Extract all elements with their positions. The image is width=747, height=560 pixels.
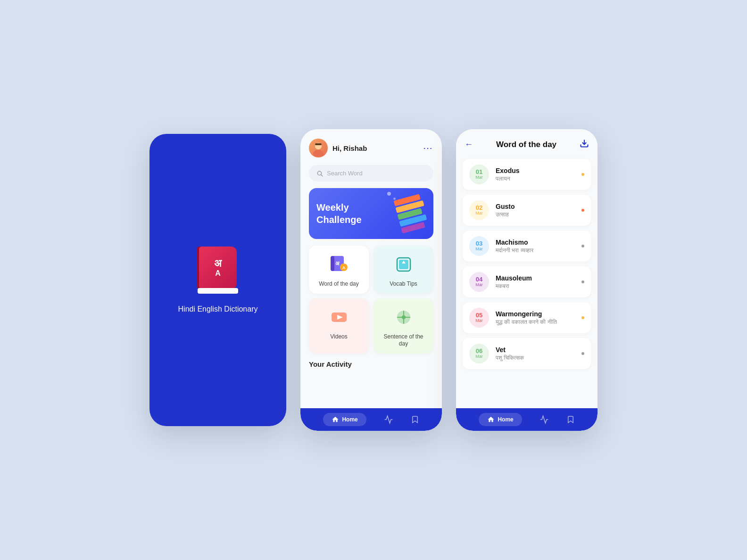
wotd-list-item[interactable]: 03 Mar Machismo मर्दानगी भरा व्यव्हार bbox=[463, 231, 591, 262]
svg-rect-3 bbox=[315, 143, 322, 145]
app-icon: अ A bbox=[197, 247, 239, 294]
grid-card-videos[interactable]: Videos bbox=[309, 298, 369, 354]
svg-text:अ: अ bbox=[335, 260, 340, 267]
wotd-home-icon bbox=[487, 416, 495, 423]
activity-icon bbox=[384, 415, 393, 424]
date-badge: 06 Mar bbox=[469, 344, 489, 363]
word-dot bbox=[581, 316, 584, 319]
nav-activity-button[interactable] bbox=[384, 415, 393, 424]
wotd-screen: ← Word of the day 01 Mar Exodus पलायन bbox=[456, 129, 598, 431]
screens-container: अ A Hindi English Dictionary bbox=[149, 129, 598, 431]
home-header: Hi, Rishab ⋯ bbox=[309, 139, 433, 157]
wotd-list-item[interactable]: 02 Mar Gusto उत्साह bbox=[463, 195, 591, 226]
wotd-nav-bookmark[interactable] bbox=[566, 415, 575, 424]
book-letters: अ A bbox=[214, 258, 222, 278]
sentence-of-day-label: Sentence of the day bbox=[379, 333, 428, 348]
date-badge: 03 Mar bbox=[469, 236, 489, 256]
vocab-tips-label: Vocab Tips bbox=[390, 280, 417, 288]
wotd-title: Word of the day bbox=[496, 140, 556, 149]
splash-title: Hindi English Dictionary bbox=[178, 305, 258, 313]
wotd-header: ← Word of the day bbox=[456, 129, 598, 157]
word-content: Exodus पलायन bbox=[496, 167, 584, 182]
svg-rect-7 bbox=[331, 256, 334, 271]
word-dot bbox=[581, 209, 584, 212]
word-english: Machismo bbox=[496, 239, 584, 246]
word-content: Gusto उत्साह bbox=[496, 203, 584, 218]
wotd-list-item[interactable]: 05 Mar Warmongering युद्ध की वकालत करने … bbox=[463, 302, 591, 333]
word-hindi: पशु चिकित्सक bbox=[496, 354, 584, 361]
svg-line-5 bbox=[321, 174, 323, 176]
download-icon bbox=[580, 139, 589, 148]
menu-dots-button[interactable]: ⋯ bbox=[423, 142, 433, 154]
avatar-image bbox=[310, 140, 327, 156]
wotd-bottom-nav: Home bbox=[456, 408, 598, 431]
weekly-challenge-banner[interactable]: Weekly Challenge bbox=[309, 188, 433, 239]
wotd-list: 01 Mar Exodus पलायन 02 Mar Gusto उत्साह … bbox=[456, 157, 598, 408]
nav-bookmark-button[interactable] bbox=[411, 415, 419, 424]
feature-grid: अ A Word of the day bbox=[309, 246, 433, 354]
word-hindi: युद्ध की वकालत करने की नीति bbox=[496, 319, 584, 325]
books-stack bbox=[394, 193, 430, 233]
grid-card-word-of-day[interactable]: अ A Word of the day bbox=[309, 246, 369, 294]
word-dot bbox=[581, 173, 584, 176]
wotd-list-item[interactable]: 04 Mar Mausoleum मकबरा bbox=[463, 266, 591, 297]
svg-point-1 bbox=[313, 150, 324, 156]
home-content: Hi, Rishab ⋯ Search Word Weekly Challeng… bbox=[300, 129, 442, 408]
banner-dot2 bbox=[393, 198, 396, 200]
book-bottom bbox=[198, 288, 238, 294]
wotd-nav-home-button[interactable]: Home bbox=[479, 413, 522, 426]
word-english: Vet bbox=[496, 346, 584, 354]
word-dot bbox=[581, 245, 584, 247]
svg-text:A: A bbox=[342, 265, 345, 270]
home-icon bbox=[332, 416, 339, 423]
book-body: अ A bbox=[199, 247, 237, 289]
word-of-day-label: Word of the day bbox=[319, 280, 359, 288]
word-dot bbox=[581, 352, 584, 355]
svg-point-19 bbox=[402, 315, 406, 319]
wotd-list-item[interactable]: 06 Mar Vet पशु चिकित्सक bbox=[463, 338, 591, 369]
word-hindi: मर्दानगी भरा व्यव्हार bbox=[496, 247, 584, 254]
sentence-of-day-icon bbox=[392, 306, 415, 329]
word-english: Gusto bbox=[496, 203, 584, 210]
word-english: Warmongering bbox=[496, 310, 584, 318]
word-content: Warmongering युद्ध की वकालत करने की नीति bbox=[496, 310, 584, 325]
wotd-activity-icon bbox=[540, 415, 549, 424]
date-badge: 04 Mar bbox=[469, 272, 489, 292]
user-info: Hi, Rishab bbox=[309, 139, 367, 157]
splash-screen: अ A Hindi English Dictionary bbox=[149, 134, 286, 426]
word-dot bbox=[581, 280, 584, 283]
grid-card-sentence-of-day[interactable]: Sentence of the day bbox=[374, 298, 433, 354]
date-badge: 01 Mar bbox=[469, 165, 489, 184]
word-hindi: उत्साह bbox=[496, 211, 584, 218]
word-content: Mausoleum मकबरा bbox=[496, 274, 584, 289]
date-badge: 02 Mar bbox=[469, 200, 489, 220]
weekly-challenge-text: Weekly Challenge bbox=[316, 201, 362, 226]
greeting: Hi, Rishab bbox=[332, 144, 367, 152]
grid-card-vocab-tips[interactable]: Vocab Tips bbox=[374, 246, 433, 294]
home-screen: Hi, Rishab ⋯ Search Word Weekly Challeng… bbox=[300, 129, 442, 431]
word-hindi: पलायन bbox=[496, 175, 584, 182]
home-bottom-nav: Home bbox=[300, 408, 442, 431]
word-content: Vet पशु चिकित्सक bbox=[496, 346, 584, 361]
videos-label: Videos bbox=[330, 333, 347, 341]
banner-dot1 bbox=[387, 192, 391, 196]
search-placeholder: Search Word bbox=[327, 170, 363, 177]
date-badge: 05 Mar bbox=[469, 308, 489, 328]
wotd-list-item[interactable]: 01 Mar Exodus पलायन bbox=[463, 159, 591, 190]
search-icon bbox=[316, 170, 323, 177]
vocab-tips-icon bbox=[392, 253, 415, 276]
word-english: Exodus bbox=[496, 167, 584, 174]
back-button[interactable]: ← bbox=[465, 140, 473, 149]
search-bar[interactable]: Search Word bbox=[309, 165, 433, 181]
bookmark-icon bbox=[411, 415, 419, 424]
nav-home-button[interactable]: Home bbox=[323, 413, 366, 426]
activity-placeholder bbox=[309, 372, 433, 400]
word-of-day-icon: अ A bbox=[328, 253, 350, 276]
avatar bbox=[309, 139, 328, 157]
word-english: Mausoleum bbox=[496, 274, 584, 282]
download-button[interactable] bbox=[580, 139, 589, 150]
wotd-nav-activity[interactable] bbox=[540, 415, 549, 424]
activity-title: Your Activity bbox=[309, 360, 433, 368]
videos-icon bbox=[328, 306, 350, 329]
word-content: Machismo मर्दानगी भरा व्यव्हार bbox=[496, 239, 584, 254]
